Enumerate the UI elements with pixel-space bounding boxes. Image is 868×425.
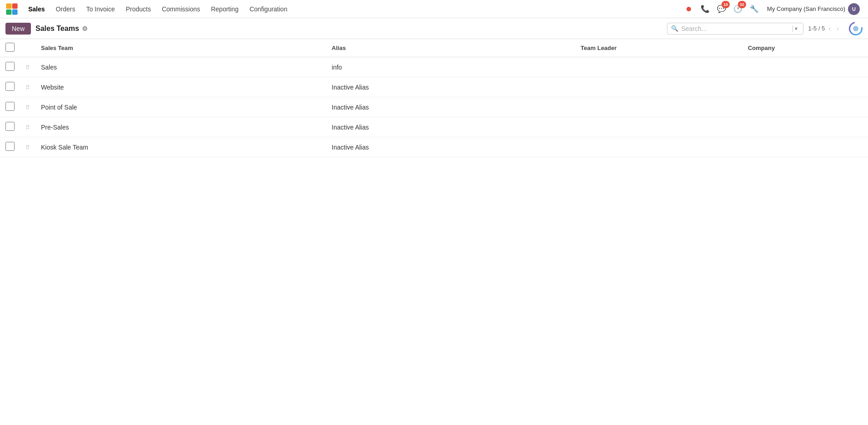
nav-item-to-invoice[interactable]: To Invoice (81, 4, 119, 15)
phone-icon: 📞 (701, 5, 710, 13)
row-checkbox-cell[interactable] (0, 57, 20, 77)
nav-item-configuration[interactable]: Configuration (245, 4, 292, 15)
pagination-prev-button[interactable]: ‹ (827, 24, 833, 34)
col-header-company[interactable]: Company (742, 39, 868, 57)
row-drag-handle-cell[interactable]: ⠿ (20, 117, 35, 137)
row-checkbox-cell[interactable] (0, 97, 20, 117)
user-avatar: U (848, 3, 860, 15)
settings-button[interactable]: 🔧 (748, 3, 761, 15)
table-row[interactable]: ⠿ Point of Sale Inactive Alias (0, 97, 868, 117)
activity-button[interactable]: 🕐 32 (732, 3, 744, 15)
svg-rect-1 (12, 3, 18, 9)
drag-handle-icon[interactable]: ⠿ (25, 124, 30, 131)
row-sales-team[interactable]: Kiosk Sale Team (35, 137, 326, 157)
nav-item-products[interactable]: Products (121, 4, 155, 15)
select-all-checkbox[interactable] (5, 43, 15, 52)
nav-item-commissions[interactable]: Commissions (157, 4, 205, 15)
row-alias: Inactive Alias (326, 77, 575, 97)
row-alias: info (326, 57, 575, 77)
row-team-leader (575, 137, 742, 157)
svg-rect-2 (6, 9, 11, 15)
svg-rect-0 (6, 3, 11, 9)
search-dropdown-button[interactable]: ▾ (792, 25, 799, 32)
settings-gear-icon[interactable]: ⚙ (82, 25, 88, 32)
messages-badge: 10 (722, 1, 730, 8)
pagination-next-button[interactable]: › (835, 24, 841, 34)
row-drag-handle-cell[interactable]: ⠿ (20, 77, 35, 97)
table-row[interactable]: ⠿ Website Inactive Alias (0, 77, 868, 97)
row-drag-handle-cell[interactable]: ⠿ (20, 57, 35, 77)
odoo-spinner (849, 22, 863, 35)
drag-handle-icon[interactable]: ⠿ (25, 64, 30, 71)
drag-handle-icon[interactable]: ⠿ (25, 104, 30, 111)
messages-button[interactable]: 💬 10 (715, 3, 728, 15)
row-sales-team[interactable]: Sales (35, 57, 326, 77)
row-sales-team[interactable]: Point of Sale (35, 97, 326, 117)
nav-item-reporting[interactable]: Reporting (207, 4, 243, 15)
select-all-header[interactable] (0, 39, 20, 57)
row-checkbox-cell[interactable] (0, 117, 20, 137)
row-company (742, 77, 868, 97)
company-name: My Company (San Francisco) (767, 5, 845, 12)
status-indicator[interactable] (682, 3, 695, 15)
row-checkbox[interactable] (5, 82, 15, 91)
phone-button[interactable]: 📞 (699, 3, 712, 15)
col-header-alias[interactable]: Alias (326, 39, 575, 57)
sales-teams-table: Sales Team Alias Team Leader Company ⠿ S… (0, 39, 868, 157)
row-team-leader (575, 57, 742, 77)
new-button[interactable]: New (5, 23, 31, 35)
row-drag-handle-cell[interactable]: ⠿ (20, 97, 35, 117)
svg-rect-3 (12, 9, 18, 15)
table-row[interactable]: ⠿ Pre-Sales Inactive Alias (0, 117, 868, 137)
table-row[interactable]: ⠿ Sales info (0, 57, 868, 77)
company-selector[interactable]: My Company (San Francisco) U (764, 2, 863, 16)
row-team-leader (575, 77, 742, 97)
row-company (742, 137, 868, 157)
table-header-row: Sales Team Alias Team Leader Company (0, 39, 868, 57)
row-company (742, 57, 868, 77)
search-input[interactable] (681, 25, 790, 32)
top-navigation: Sales Orders To Invoice Products Commiss… (0, 0, 868, 18)
wrench-icon: 🔧 (750, 5, 759, 13)
row-checkbox[interactable] (5, 142, 15, 151)
activity-badge: 32 (738, 1, 746, 8)
row-company (742, 117, 868, 137)
table-body: ⠿ Sales info ⠿ Website Inactive Alias ⠿ … (0, 57, 868, 157)
nav-right-area: 📞 💬 10 🕐 32 🔧 My Company (San Francisco)… (682, 2, 863, 16)
page-title-text: Sales Teams (35, 25, 79, 33)
row-alias: Inactive Alias (326, 137, 575, 157)
row-team-leader (575, 97, 742, 117)
col-header-sales-team[interactable]: Sales Team (35, 39, 326, 57)
status-dot (686, 7, 691, 11)
table-wrapper: Sales Team Alias Team Leader Company ⠿ S… (0, 39, 868, 157)
row-alias: Inactive Alias (326, 117, 575, 137)
drag-header (20, 39, 35, 57)
row-checkbox[interactable] (5, 102, 15, 111)
row-checkbox[interactable] (5, 62, 15, 71)
row-sales-team[interactable]: Website (35, 77, 326, 97)
row-company (742, 97, 868, 117)
pagination-text: 1-5 / 5 (808, 25, 825, 32)
row-team-leader (575, 117, 742, 137)
pagination: 1-5 / 5 ‹ › (808, 24, 841, 34)
row-sales-team[interactable]: Pre-Sales (35, 117, 326, 137)
table-row[interactable]: ⠿ Kiosk Sale Team Inactive Alias (0, 137, 868, 157)
row-checkbox[interactable] (5, 122, 15, 131)
nav-item-sales[interactable]: Sales (24, 4, 50, 15)
toolbar: New Sales Teams ⚙ 🔍 ▾ 1-5 / 5 ‹ › (0, 18, 868, 39)
nav-item-orders[interactable]: Orders (51, 4, 80, 15)
col-header-team-leader[interactable]: Team Leader (575, 39, 742, 57)
row-alias: Inactive Alias (326, 97, 575, 117)
drag-handle-icon[interactable]: ⠿ (25, 84, 30, 91)
drag-handle-icon[interactable]: ⠿ (25, 144, 30, 151)
row-checkbox-cell[interactable] (0, 77, 20, 97)
app-logo[interactable] (5, 3, 18, 15)
svg-point-5 (853, 26, 858, 31)
search-bar: 🔍 ▾ (667, 23, 803, 35)
page-title: Sales Teams ⚙ (35, 25, 88, 33)
row-checkbox-cell[interactable] (0, 137, 20, 157)
row-drag-handle-cell[interactable]: ⠿ (20, 137, 35, 157)
search-icon: 🔍 (671, 25, 678, 32)
